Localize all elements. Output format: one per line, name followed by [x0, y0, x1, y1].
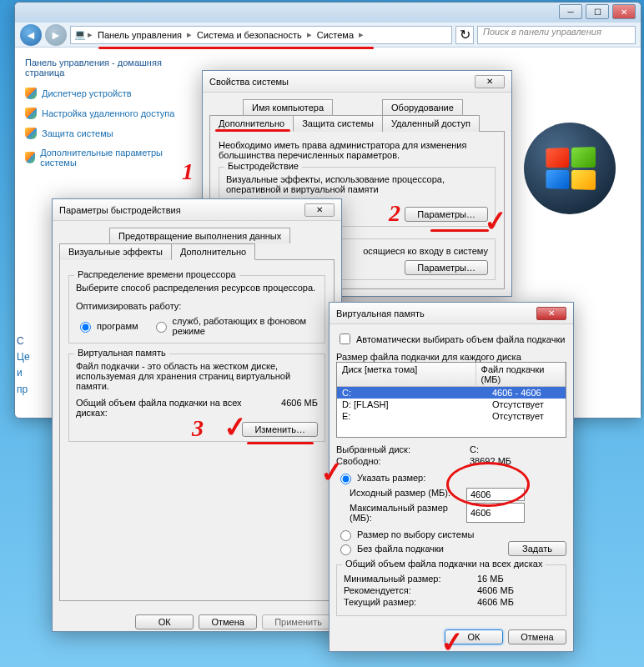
apply-button[interactable]: Применить	[262, 614, 335, 629]
radio-system-managed[interactable]: Размер по выбору системы	[336, 528, 566, 541]
radio-programs[interactable]: программ	[76, 316, 138, 336]
change-vm-button[interactable]: Изменить…	[242, 422, 318, 437]
admin-note: Необходимо иметь права администратора дл…	[219, 140, 496, 160]
radio-no-pagefile[interactable]: Без файла подкачки	[336, 542, 444, 555]
tab-protection[interactable]: Защита системы	[293, 115, 383, 132]
radio-custom-size[interactable]: Указать размер:	[336, 471, 566, 484]
maximize-button[interactable]: ☐	[586, 4, 609, 19]
scheduling-group: Распределение времени процессора Выберит…	[68, 275, 325, 344]
ok-button[interactable]: ОК	[445, 629, 503, 644]
close-button[interactable]: ✕	[612, 4, 636, 19]
breadcrumb-seg[interactable]: Панель управления	[94, 30, 185, 40]
search-input[interactable]: Поиск в панели управления	[477, 26, 636, 44]
max-size-input[interactable]	[466, 503, 525, 523]
dialog-titlebar: Виртуальная память ✕	[330, 303, 573, 324]
sidebar-remote[interactable]: Настройка удаленного доступа	[25, 108, 180, 119]
ok-button[interactable]: ОК	[135, 614, 194, 629]
sidebar-protection[interactable]: Защита системы	[25, 128, 180, 139]
refresh-button[interactable]: ↻	[455, 26, 474, 44]
back-button[interactable]: ◄	[20, 24, 42, 46]
cancel-button[interactable]: Отмена	[508, 629, 566, 644]
dialog-title: Параметры быстродействия	[59, 205, 181, 215]
dialog-title: Свойства системы	[209, 77, 289, 87]
breadcrumb-seg[interactable]: Система и безопасность	[194, 30, 305, 40]
dialog-title: Виртуальная память	[336, 308, 425, 318]
cur-size: 4606 МБ	[477, 597, 514, 607]
cancel-button[interactable]: Отмена	[199, 614, 257, 629]
sidebar-advanced[interactable]: Дополнительные параметры системы	[25, 148, 180, 168]
shield-icon	[25, 108, 37, 119]
auto-manage-checkbox[interactable]: Автоматически выбирать объем файла подка…	[336, 331, 566, 347]
windows-logo	[524, 123, 616, 214]
breadcrumb-seg[interactable]: Система	[314, 30, 357, 40]
dialog-titlebar: Свойства системы ✕	[203, 71, 511, 93]
forward-button[interactable]: ►	[45, 24, 67, 46]
virtual-memory-group: Виртуальная память Файл подкачки - это о…	[68, 354, 325, 442]
close-icon[interactable]: ✕	[475, 75, 505, 88]
tab-remote[interactable]: Удаленный доступ	[382, 115, 480, 132]
disk-row[interactable]: C:4606 - 4606	[337, 387, 566, 399]
vm-total-value: 4606 МБ	[281, 398, 318, 418]
cutoff-text: С Це и пр	[17, 334, 30, 398]
shield-icon	[25, 128, 37, 139]
tab-computer-name[interactable]: Имя компьютера	[243, 99, 333, 115]
tab-advanced[interactable]: Дополнительно	[209, 115, 294, 132]
total-group: Общий объем файла подкачки на всех диска…	[336, 564, 566, 616]
minimize-button[interactable]: ─	[559, 4, 582, 19]
disk-row[interactable]: E:Отсутствует	[337, 410, 566, 422]
selected-disk: C:	[470, 444, 479, 454]
tab-visual-effects[interactable]: Визуальные эффекты	[59, 243, 172, 260]
disk-list[interactable]: Диск [метка тома] Файл подкачки (МБ) C:4…	[336, 362, 566, 438]
close-icon[interactable]: ✕	[536, 307, 566, 320]
nav-bar: ◄ ► 💻 ▸ Панель управления ▸ Система и бе…	[15, 23, 641, 48]
disk-row[interactable]: D: [FLASH]Отсутствует	[337, 399, 566, 410]
tab-advanced[interactable]: Дополнительно	[171, 243, 255, 260]
profiles-settings-button[interactable]: Параметры…	[405, 260, 488, 275]
sidebar-title[interactable]: Панель управления - домашняя страница	[25, 58, 180, 78]
dialog-titlebar: Параметры быстродействия ✕	[53, 199, 341, 221]
titlebar: ─ ☐ ✕	[15, 3, 641, 23]
sidebar-device-manager[interactable]: Диспетчер устройств	[25, 88, 180, 99]
rec-size: 4606 МБ	[477, 585, 514, 595]
performance-settings-button[interactable]: Параметры…	[405, 207, 488, 222]
shield-icon	[25, 152, 35, 163]
tab-dep[interactable]: Предотвращение выполнения данных	[109, 228, 290, 243]
initial-size-input[interactable]	[466, 488, 525, 501]
breadcrumb[interactable]: 💻 ▸ Панель управления ▸ Система и безопа…	[70, 26, 452, 44]
free-space: 38692 МБ	[470, 456, 511, 466]
close-icon[interactable]: ✕	[304, 203, 335, 217]
virtual-memory-dialog: Виртуальная память ✕ Автоматически выбир…	[329, 302, 574, 652]
shield-icon	[25, 88, 37, 99]
set-button[interactable]: Задать	[508, 541, 566, 556]
radio-services[interactable]: служб, работающих в фоновом режиме	[152, 316, 318, 336]
min-size: 16 МБ	[477, 574, 504, 584]
breadcrumb-icon: 💻	[74, 29, 86, 40]
performance-options-dialog: Параметры быстродействия ✕ Предотвращени…	[52, 198, 342, 632]
tab-hardware[interactable]: Оборудование	[382, 99, 463, 115]
